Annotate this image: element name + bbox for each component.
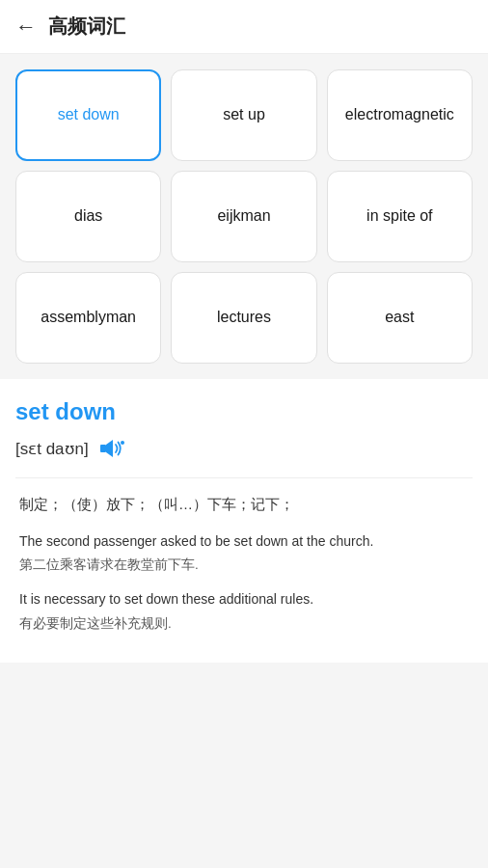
definition-text: 制定；（使）放下；（叫…）下车；记下； [15, 492, 473, 517]
sentence-2: It is necessary to set down these additi… [15, 588, 473, 634]
word-card-text: assemblyman [41, 307, 136, 328]
sentence-1-en: The second passenger asked to be set dow… [19, 530, 469, 552]
word-card-text: east [385, 307, 414, 328]
word-card-east[interactable]: east [327, 272, 473, 364]
word-card-assemblyman[interactable]: assemblyman [15, 272, 161, 364]
detail-section: set down [sɛt daʊn] 制定；（使）放下；（叫…）下车；记下； … [0, 379, 488, 663]
word-card-text: eijkman [217, 205, 270, 227]
word-card-set-up[interactable]: set up [171, 69, 316, 161]
svg-rect-0 [100, 445, 106, 452]
phonetic-row: [sɛt daʊn] [15, 435, 473, 462]
word-card-electromagnetic[interactable]: electromagnetic [327, 69, 473, 161]
phonetic-text: [sɛt daʊn] [15, 439, 89, 459]
speaker-button[interactable] [98, 435, 125, 462]
header: ← 高频词汇 [0, 0, 488, 54]
detail-word: set down [15, 398, 473, 425]
word-card-text: set down [58, 104, 120, 125]
word-card-dias[interactable]: dias [15, 171, 161, 262]
sentence-1: The second passenger asked to be set dow… [15, 530, 473, 576]
svg-point-1 [121, 441, 124, 445]
word-card-lectures[interactable]: lectures [171, 272, 316, 364]
sentence-2-en: It is necessary to set down these additi… [19, 588, 469, 610]
word-card-text: lectures [217, 307, 271, 328]
sentence-1-zh: 第二位乘客请求在教堂前下车. [19, 555, 469, 576]
word-card-set-down[interactable]: set down [15, 69, 161, 161]
sentence-2-zh: 有必要制定这些补充规则. [19, 613, 469, 635]
speaker-icon [98, 435, 125, 462]
word-card-text: in spite of [366, 205, 432, 227]
divider [15, 477, 473, 478]
word-card-text: dias [74, 205, 102, 227]
word-card-text: electromagnetic [345, 104, 454, 125]
word-card-in-spite-of[interactable]: in spite of [327, 171, 473, 262]
back-button[interactable]: ← [15, 16, 37, 38]
word-grid: set down set up electromagnetic dias eij… [0, 54, 488, 375]
word-card-eijkman[interactable]: eijkman [171, 171, 316, 262]
word-card-text: set up [223, 104, 265, 125]
page-title: 高频词汇 [48, 14, 125, 40]
